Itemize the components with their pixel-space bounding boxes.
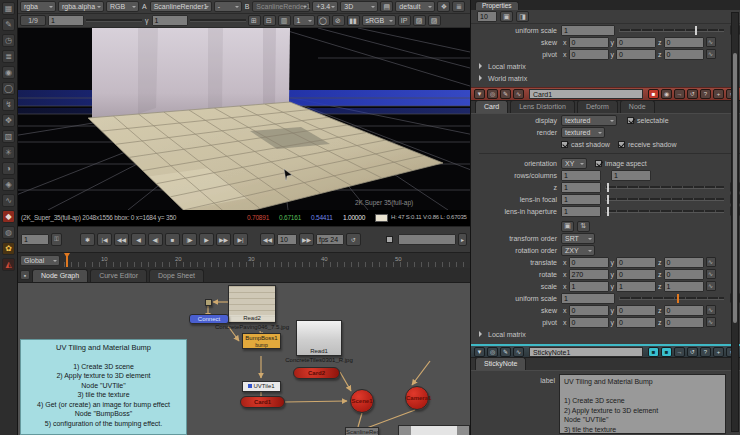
safezone-icon[interactable]: ▥ <box>278 15 291 26</box>
translate-z-input[interactable]: 0 <box>664 257 704 268</box>
input-b-dropdown[interactable]: ScanlineRender1 <box>252 1 310 12</box>
panel-color-icon[interactable]: ■ <box>648 347 659 357</box>
grid-icon[interactable]: ⊞ <box>248 15 261 26</box>
playback-settings-button[interactable]: ✱ <box>80 233 95 246</box>
proxy-icon[interactable]: ⊘ <box>332 15 345 26</box>
tab-node[interactable]: Node <box>620 100 655 113</box>
tab-curve-editor[interactable]: Curve Editor <box>90 269 147 282</box>
frame-increment-input[interactable]: 10 <box>277 234 297 245</box>
channels-dropdown[interactable]: rgba <box>20 1 56 12</box>
center-icon[interactable]: + <box>713 347 724 357</box>
animation-curve-icon[interactable]: ∿ <box>706 37 716 47</box>
card-local-matrix-row[interactable]: Local matrix <box>471 328 740 340</box>
font-color-icon[interactable]: ■ <box>661 347 672 357</box>
card-uniform-scale-slider[interactable] <box>619 297 724 300</box>
channel-node-icon[interactable]: ≣ <box>2 50 15 63</box>
node-graph-canvas[interactable]: Read2 ConcretePaving046_7.5.jpg Connect … <box>18 283 470 435</box>
step-backward-button[interactable]: ◀| <box>148 233 163 246</box>
orientation-dropdown[interactable]: XY <box>561 158 587 169</box>
tab-card[interactable]: Card <box>475 100 508 113</box>
timeline-ruler[interactable]: 10 20 30 40 50 <box>64 255 466 267</box>
translate-x-input[interactable]: 0 <box>569 257 609 268</box>
plugins-node-icon[interactable]: ◭ <box>2 258 15 271</box>
local-matrix-row[interactable]: Local matrix <box>471 60 740 72</box>
card-skew-x-input[interactable]: 0 <box>569 305 609 316</box>
node-name-field[interactable]: StickyNote1 <box>529 347 643 357</box>
display-dropdown[interactable]: textured <box>561 115 617 126</box>
prev-increment-button[interactable]: ◀◀ <box>260 233 275 246</box>
translate-y-input[interactable]: 0 <box>616 257 656 268</box>
deep-node-icon[interactable]: ◈ <box>2 178 15 191</box>
receive-shadow-checkbox[interactable] <box>618 141 625 148</box>
card-uniform-scale-input[interactable]: 1 <box>561 293 615 304</box>
lens-in-haperture-input[interactable]: 1 <box>561 206 601 217</box>
draw-node-icon[interactable]: ✎ <box>2 18 15 31</box>
view-select-dropdown[interactable]: 1 <box>293 15 315 26</box>
float-panel-icon[interactable]: → <box>674 89 685 99</box>
node-name-field[interactable]: Card1 <box>529 89 643 99</box>
metadata-node-icon[interactable]: ◆ <box>2 210 15 223</box>
camera-node[interactable]: Camera1 <box>405 386 429 410</box>
input-a-dropdown[interactable]: ScanlineRender1 <box>150 1 212 12</box>
page-icon[interactable]: ▤ <box>380 1 393 12</box>
transform-node-icon[interactable]: ▧ <box>2 130 15 143</box>
skew-z-input[interactable]: 0 <box>664 37 704 48</box>
input-process-toggle[interactable]: IP <box>398 15 411 26</box>
sticky-note[interactable]: UV Tiling and Material Bump 1) Create 3D… <box>20 339 187 435</box>
transform-order-dropdown[interactable]: SRT <box>561 233 595 244</box>
edit-expressions-icon[interactable]: ✎ <box>500 89 511 99</box>
float-panel-icon[interactable]: → <box>674 347 685 357</box>
loop-mode-button[interactable]: ↺ <box>346 233 361 246</box>
rows-input[interactable]: 1 <box>561 170 601 181</box>
range-checkbox[interactable] <box>386 236 393 243</box>
import-export-icon[interactable]: ⇅ <box>577 221 590 232</box>
checker-icon[interactable]: ▨ <box>413 15 426 26</box>
next-increment-button[interactable]: ▶▶ <box>299 233 314 246</box>
tab-dope-sheet[interactable]: Dope Sheet <box>149 269 204 282</box>
file-icon[interactable]: ▣ <box>561 221 574 232</box>
read1-node[interactable]: Read1 <box>296 320 342 356</box>
frame-range-dropdown[interactable]: Global <box>20 255 60 266</box>
rotate-y-input[interactable]: 0 <box>616 269 656 280</box>
mask-icon[interactable]: ◉ <box>661 89 672 99</box>
card-skew-z-input[interactable]: 0 <box>664 305 704 316</box>
frame-input[interactable]: 1 <box>21 234 49 245</box>
revert-icon[interactable]: ↺ <box>687 347 698 357</box>
rotate-z-input[interactable]: 0 <box>664 269 704 280</box>
stack-icon[interactable]: ≣ <box>452 1 465 12</box>
tab-lens-distortion[interactable]: Lens Distortion <box>510 100 575 113</box>
3d-node-icon[interactable]: ✳ <box>2 146 15 159</box>
color-node-icon[interactable]: ◉ <box>2 66 15 79</box>
gamma-slider[interactable] <box>190 19 246 22</box>
time-node-icon[interactable]: ◷ <box>2 34 15 47</box>
connect-node[interactable]: Connect <box>189 314 229 324</box>
partial-node[interactable] <box>398 425 470 435</box>
tab-properties[interactable]: Properties <box>475 1 519 10</box>
play-backward-fast-button[interactable]: ◀◀ <box>114 233 129 246</box>
zoom-level-dropdown[interactable]: +3.4 <box>312 1 338 12</box>
animation-curve-icon[interactable]: ∿ <box>706 269 716 279</box>
minimize-panel-icon[interactable]: ▼ <box>474 89 485 99</box>
keyer-node-icon[interactable]: ↯ <box>2 98 15 111</box>
tab-node-graph[interactable]: Node Graph <box>32 269 88 282</box>
help-icon[interactable]: ? <box>700 347 711 357</box>
wipe-mode-dropdown[interactable]: - <box>214 1 242 12</box>
scale-y-input[interactable]: 1 <box>616 281 656 292</box>
frame-range-input[interactable] <box>398 234 456 245</box>
pin-panels-icon[interactable]: ▣ <box>500 11 513 22</box>
scale-z-input[interactable]: 1 <box>664 281 704 292</box>
rotate-x-input[interactable]: 270 <box>569 269 609 280</box>
card-pivot-y-input[interactable]: 0 <box>616 317 656 328</box>
image-node-icon[interactable]: ▦ <box>2 2 15 15</box>
lock-icon[interactable]: ⚿ <box>51 233 62 246</box>
dot-node[interactable] <box>205 299 212 306</box>
other-node-icon[interactable]: ◍ <box>2 226 15 239</box>
selectable-checkbox[interactable] <box>627 117 634 124</box>
furnace-node-icon[interactable]: ✿ <box>2 242 15 255</box>
bumpboss-node[interactable]: BumpBoss1 bump <box>242 333 281 349</box>
wipe-icon[interactable]: ❖ <box>437 1 450 12</box>
curve-editor-icon[interactable]: ∿ <box>513 89 524 99</box>
goto-end-button[interactable]: ▶| <box>233 233 248 246</box>
colorspace-dropdown[interactable]: sRGB <box>362 15 396 26</box>
animation-curve-icon[interactable]: ∿ <box>706 49 716 59</box>
